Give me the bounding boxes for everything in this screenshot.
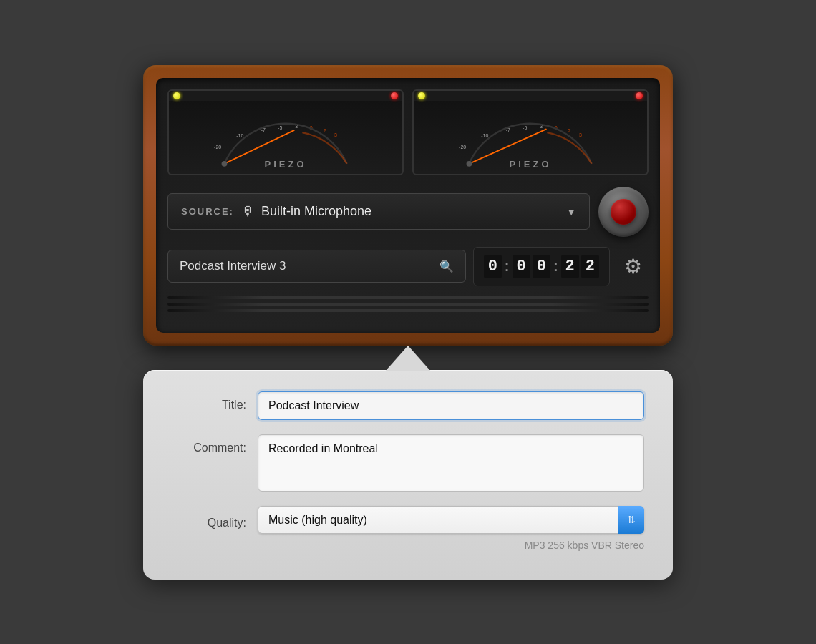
recorder-inner: -20 -10 -7 -5 -3 0 2 3 (156, 78, 660, 333)
vu-meter-row: -20 -10 -7 -5 -3 0 2 3 (167, 89, 649, 175)
title-field[interactable]: Podcast Interview 3 🔍 (167, 250, 466, 283)
svg-text:-5: -5 (278, 125, 282, 130)
dropdown-arrow-icon: ▼ (566, 206, 576, 218)
deco-line-2 (167, 303, 649, 306)
source-label: SOURCE: (181, 206, 234, 217)
title-text: Podcast Interview 3 (180, 259, 286, 273)
vu-label-right: PIEZO (509, 159, 551, 170)
quality-description: MP3 256 kbps VBR Stereo (258, 540, 644, 551)
vu-led-right-plus (636, 92, 643, 99)
search-icon: 🔍 (439, 260, 454, 273)
vu-label-left: PIEZO (264, 159, 306, 170)
title-row: Title: (172, 391, 644, 420)
svg-text:-5: -5 (523, 125, 527, 130)
gear-icon: ⚙ (624, 255, 642, 278)
svg-text:-20: -20 (459, 144, 466, 149)
vu-led-left-plus (391, 92, 398, 99)
vu-led-right-minus (418, 92, 425, 99)
quality-select[interactable]: Music (high quality) Voice (medium quali… (258, 506, 644, 534)
timer-colon-1: : (504, 258, 510, 275)
svg-text:2: 2 (323, 128, 326, 133)
title-input[interactable] (258, 391, 644, 420)
vu-meter-right: -20 -10 -7 -5 -3 0 2 3 (412, 89, 649, 175)
deco-line-3 (167, 309, 649, 312)
decorative-lines (167, 296, 649, 312)
timer-digit-s2: 2 (581, 255, 599, 278)
timer-digit-h: 0 (484, 255, 502, 278)
gear-button[interactable]: ⚙ (617, 250, 649, 282)
deco-line-1 (167, 296, 649, 299)
title-label: Title: (172, 391, 258, 411)
timer-display: 0 : 0 0 : 2 2 (473, 247, 610, 286)
vu-meter-right-topbar (414, 91, 647, 101)
record-button[interactable] (598, 187, 649, 237)
svg-point-9 (222, 160, 228, 166)
timer-colon-2: : (553, 258, 559, 275)
comment-row: Comment: Recorded in Montreal (172, 434, 644, 492)
vu-led-left-minus (173, 92, 180, 99)
source-row: SOURCE: 🎙 Built-in Microphone ▼ (167, 187, 649, 237)
timer-digit-m1: 0 (513, 255, 530, 278)
svg-text:2: 2 (568, 128, 570, 133)
app-container: -20 -10 -7 -5 -3 0 2 3 (129, 65, 687, 580)
vu-meter-left: -20 -10 -7 -5 -3 0 2 3 (167, 89, 404, 175)
comment-label: Comment: (172, 434, 258, 454)
quality-label: Quality: (172, 509, 258, 530)
comment-textarea[interactable]: Recorded in Montreal (258, 434, 644, 492)
source-selector[interactable]: SOURCE: 🎙 Built-in Microphone ▼ (167, 193, 590, 230)
timer-digit-m2: 0 (533, 255, 550, 278)
quality-select-wrapper: Music (high quality) Voice (medium quali… (258, 506, 644, 534)
svg-text:3: 3 (579, 132, 582, 137)
svg-text:3: 3 (334, 132, 337, 137)
svg-text:-10: -10 (481, 133, 488, 138)
svg-point-19 (467, 160, 472, 166)
recorder-unit: -20 -10 -7 -5 -3 0 2 3 (143, 65, 673, 346)
title-timer-row: Podcast Interview 3 🔍 0 : 0 0 : 2 2 ⚙ (167, 247, 649, 286)
svg-text:-20: -20 (214, 144, 221, 149)
quality-row: Quality: Music (high quality) Voice (med… (172, 506, 644, 534)
vu-meter-left-topbar (169, 91, 402, 101)
tooltip-arrow (385, 346, 431, 371)
timer-digit-s1: 2 (561, 255, 579, 278)
popover-panel: Title: Comment: Recorded in Montreal Qua… (143, 370, 673, 580)
source-name: Built-in Microphone (261, 204, 559, 219)
mic-icon: 🎙 (241, 204, 254, 219)
record-button-inner (611, 199, 636, 225)
svg-text:-10: -10 (236, 133, 243, 138)
